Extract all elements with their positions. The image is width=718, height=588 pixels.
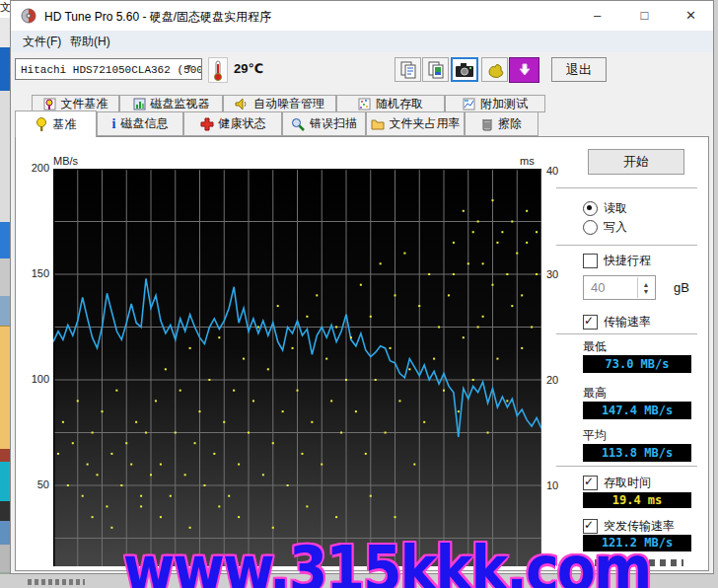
tab-label: 随机存取 bbox=[376, 96, 423, 112]
title-bar: HD Tune Pro 5.60 - 硬盘/固态硬盘实用程序 – □ ✕ bbox=[11, 1, 713, 31]
quick-scan-row[interactable]: 快捷行程 bbox=[583, 253, 651, 268]
maximize-button[interactable]: □ bbox=[622, 1, 667, 31]
desktop-icon-fragment bbox=[0, 18, 10, 47]
y-tick: 100 bbox=[16, 373, 49, 385]
trash-icon bbox=[481, 117, 493, 131]
y-right-axis-label: ms bbox=[520, 155, 535, 167]
tab-auto-acoustic[interactable]: 自动噪音管理 bbox=[223, 95, 336, 112]
burst-rate-checkbox[interactable] bbox=[583, 519, 598, 534]
tab-error-scan[interactable]: 错误扫描 bbox=[282, 111, 366, 136]
exit-button[interactable]: 退出 bbox=[551, 57, 607, 82]
copy-image-button[interactable] bbox=[422, 57, 449, 82]
camera-icon bbox=[455, 62, 474, 78]
tab-label: 健康状态 bbox=[219, 115, 266, 132]
info-icon: i bbox=[112, 116, 116, 132]
y-tick-right: 40 bbox=[546, 165, 570, 177]
benchmark-icon bbox=[36, 117, 48, 131]
desktop-icon-fragment bbox=[0, 521, 10, 545]
options-button[interactable] bbox=[481, 57, 508, 82]
window-title: HD Tune Pro 5.60 - 硬盘/固态硬盘实用程序 bbox=[44, 9, 271, 26]
tab-label: 磁盘监视器 bbox=[151, 96, 210, 112]
transfer-rate-row[interactable]: 传输速率 bbox=[583, 314, 651, 330]
close-button[interactable]: ✕ bbox=[669, 1, 713, 31]
block-size-value: 40 bbox=[591, 280, 605, 295]
quick-scan-label: 快捷行程 bbox=[604, 253, 651, 269]
read-label: 读取 bbox=[604, 200, 627, 217]
tab-label: 文件基准 bbox=[61, 96, 108, 112]
tab-random-access[interactable]: 随机存取 bbox=[336, 95, 445, 112]
access-time-row[interactable]: 存取时间 bbox=[583, 475, 651, 490]
screenshot-button[interactable] bbox=[451, 57, 478, 82]
write-radio[interactable] bbox=[583, 220, 598, 235]
y-tick: 50 bbox=[16, 478, 49, 490]
tab-health[interactable]: 健康状态 bbox=[183, 111, 282, 136]
menu-bar bbox=[11, 31, 713, 53]
tab-benchmark[interactable]: 基准 bbox=[15, 110, 97, 137]
desktop-icon-fragment bbox=[0, 91, 10, 222]
burst-rate-row[interactable]: 突发传输速率 bbox=[583, 518, 675, 534]
export-button[interactable] bbox=[509, 57, 539, 83]
separator bbox=[556, 187, 697, 188]
copy-image-icon bbox=[427, 61, 445, 79]
copy-text-icon bbox=[399, 61, 417, 79]
desktop-icon-fragment bbox=[0, 47, 10, 91]
max-label: 最高 bbox=[583, 385, 607, 402]
tab-label: 基准 bbox=[53, 116, 77, 133]
desktop-icon-fragment bbox=[0, 501, 10, 521]
desktop-icon-fragment bbox=[0, 462, 10, 501]
tab-extra-tests[interactable]: 附加测试 bbox=[445, 95, 545, 112]
start-button[interactable]: 开始 bbox=[588, 149, 684, 175]
background-window-fragment: 文 bbox=[0, 0, 10, 18]
extra-tests-icon bbox=[463, 98, 475, 110]
background-window-text-fragment bbox=[28, 579, 85, 585]
spinner-up-icon[interactable]: ▲ bbox=[643, 281, 650, 288]
read-radio-row[interactable]: 读取 bbox=[583, 200, 627, 216]
magnifier-icon bbox=[291, 117, 305, 131]
menu-help[interactable]: 帮助(H) bbox=[66, 34, 114, 50]
tab-erase[interactable]: 擦除 bbox=[465, 111, 538, 136]
tab-label: 磁盘信息 bbox=[120, 115, 168, 132]
block-size-spinner[interactable]: 40 ▲▼ bbox=[583, 275, 656, 300]
drive-select-value: Hitachi HDS721050CLA362 (500 gB) bbox=[21, 64, 202, 76]
arrow-down-icon bbox=[517, 62, 533, 78]
y-tick-right: 20 bbox=[546, 374, 570, 386]
read-radio[interactable] bbox=[583, 201, 598, 216]
desktop-icon-fragment bbox=[0, 545, 10, 572]
benchmark-chart bbox=[53, 169, 541, 566]
minimize-button[interactable]: – bbox=[575, 1, 619, 31]
desktop-edge: 文 bbox=[0, 0, 10, 588]
file-benchmark-icon bbox=[43, 98, 56, 110]
transfer-rate-label: 传输速率 bbox=[604, 314, 651, 331]
hd-tune-window: HD Tune Pro 5.60 - 硬盘/固态硬盘实用程序 – □ ✕ 文件(… bbox=[10, 0, 714, 574]
drive-select-dropdown[interactable]: Hitachi HDS721050CLA362 (500 gB) bbox=[15, 58, 202, 80]
menu-file[interactable]: 文件(F) bbox=[19, 34, 65, 50]
copy-text-button[interactable] bbox=[395, 57, 421, 82]
tab-label: 文件夹占用率 bbox=[390, 115, 461, 132]
write-radio-row[interactable]: 写入 bbox=[583, 219, 627, 235]
quick-scan-checkbox[interactable] bbox=[583, 254, 598, 268]
scatter-icon bbox=[358, 98, 371, 110]
y-left-axis-label: MB/s bbox=[53, 155, 78, 167]
block-size-unit: gB bbox=[674, 280, 689, 295]
avg-label: 平均 bbox=[583, 427, 607, 444]
burst-rate-label: 突发传输速率 bbox=[604, 518, 675, 535]
separator bbox=[556, 333, 697, 334]
transfer-rate-checkbox[interactable] bbox=[583, 315, 598, 330]
tab-disk-monitor[interactable]: 磁盘监视器 bbox=[119, 95, 223, 112]
tab-label: 错误扫描 bbox=[310, 115, 357, 132]
tab-disk-info[interactable]: i 磁盘信息 bbox=[97, 111, 183, 136]
separator bbox=[556, 466, 697, 467]
y-tick: 200 bbox=[16, 162, 49, 174]
access-time-checkbox[interactable] bbox=[583, 476, 598, 490]
chevron-down-icon: ▾ bbox=[186, 61, 191, 72]
avg-value: 113.8 MB/s bbox=[583, 444, 691, 462]
write-label: 写入 bbox=[604, 219, 627, 236]
spinner-arrows[interactable]: ▲▼ bbox=[637, 277, 654, 298]
temperature-icon bbox=[208, 57, 228, 83]
spinner-down-icon[interactable]: ▼ bbox=[643, 288, 650, 295]
health-cross-icon bbox=[200, 117, 214, 131]
y-tick-right: 10 bbox=[546, 479, 570, 491]
tab-label: 擦除 bbox=[498, 115, 522, 132]
desktop-icon-fragment bbox=[0, 326, 10, 450]
tab-folder-usage[interactable]: 文件夹占用率 bbox=[366, 111, 465, 136]
